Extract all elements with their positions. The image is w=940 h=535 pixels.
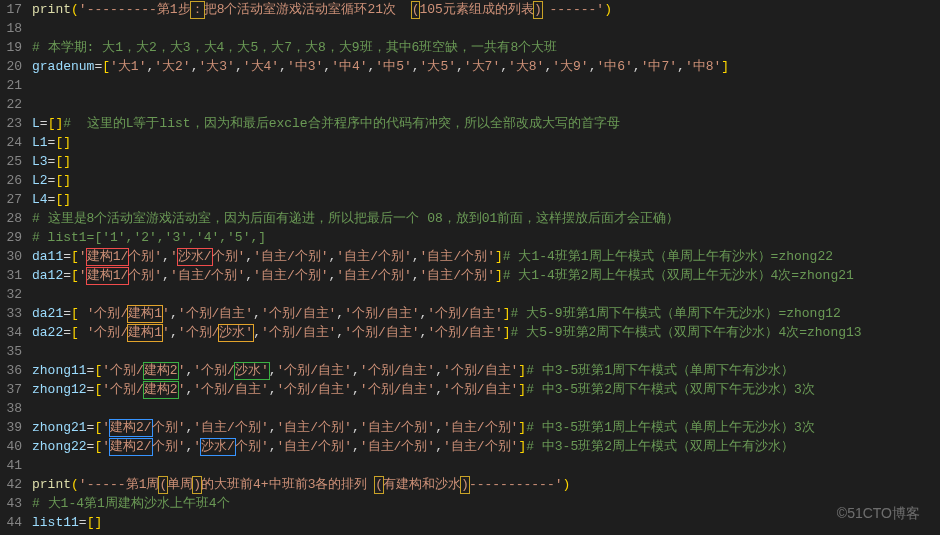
- code-editor[interactable]: 1718192021222324252627282930313233343536…: [0, 0, 940, 532]
- line-number: 22: [0, 95, 22, 114]
- line-number: 40: [0, 437, 22, 456]
- code-line[interactable]: [32, 19, 862, 38]
- code-line[interactable]: gradenum=['大1','大2','大3','大4','中3','中4',…: [32, 57, 862, 76]
- line-number: 42: [0, 475, 22, 494]
- code-line[interactable]: zhong22=['建构2/个别','沙水/个别','自主/个别','自主/个别…: [32, 437, 862, 456]
- code-line[interactable]: [32, 456, 862, 475]
- code-line[interactable]: [32, 76, 862, 95]
- line-number: 28: [0, 209, 22, 228]
- code-line[interactable]: L1=[]: [32, 133, 862, 152]
- code-line[interactable]: print('-----第1周(单周)的大班前4+中班前3各的排列 (有建构和沙…: [32, 475, 862, 494]
- code-line[interactable]: [32, 399, 862, 418]
- line-number: 37: [0, 380, 22, 399]
- line-number: 29: [0, 228, 22, 247]
- line-number: 44: [0, 513, 22, 532]
- code-line[interactable]: L4=[]: [32, 190, 862, 209]
- line-number: 20: [0, 57, 22, 76]
- line-number: 38: [0, 399, 22, 418]
- code-line[interactable]: [32, 95, 862, 114]
- code-line[interactable]: da22=[ '个别/建构1','个别/沙水','个别/自主','个别/自主',…: [32, 323, 862, 342]
- code-line[interactable]: list11=[]: [32, 513, 862, 532]
- line-number: 21: [0, 76, 22, 95]
- code-line[interactable]: da11=['建构1/个别','沙水/个别','自主/个别','自主/个别','…: [32, 247, 862, 266]
- line-number: 24: [0, 133, 22, 152]
- code-line[interactable]: # list1=['1','2','3','4','5',]: [32, 228, 862, 247]
- code-line[interactable]: # 本学期: 大1，大2，大3，大4，大5，大7，大8，大9班，其中6班空缺，一…: [32, 38, 862, 57]
- line-number: 31: [0, 266, 22, 285]
- code-line[interactable]: da12=['建构1/个别','自主/个别','自主/个别','自主/个别','…: [32, 266, 862, 285]
- line-number: 33: [0, 304, 22, 323]
- code-line[interactable]: [32, 285, 862, 304]
- code-line[interactable]: zhong21=['建构2/个别','自主/个别','自主/个别','自主/个别…: [32, 418, 862, 437]
- code-line[interactable]: L3=[]: [32, 152, 862, 171]
- line-number: 30: [0, 247, 22, 266]
- code-area[interactable]: print('---------第1步：把8个活动室游戏活动室循环21次 (10…: [32, 0, 862, 532]
- line-number: 34: [0, 323, 22, 342]
- line-number: 19: [0, 38, 22, 57]
- code-line[interactable]: zhong12=['个别/建构2','个别/自主','个别/自主','个别/自主…: [32, 380, 862, 399]
- line-number: 41: [0, 456, 22, 475]
- line-number: 39: [0, 418, 22, 437]
- line-number: 43: [0, 494, 22, 513]
- line-number: 23: [0, 114, 22, 133]
- line-number: 25: [0, 152, 22, 171]
- line-number: 27: [0, 190, 22, 209]
- line-number: 32: [0, 285, 22, 304]
- code-line[interactable]: # 大1-4第1周建构沙水上午班4个: [32, 494, 862, 513]
- line-number: 35: [0, 342, 22, 361]
- code-line[interactable]: [32, 342, 862, 361]
- code-line[interactable]: da21=[ '个别/建构1','个别/自主','个别/自主','个别/自主',…: [32, 304, 862, 323]
- code-line[interactable]: zhong11=['个别/建构2','个别/沙水','个别/自主','个别/自主…: [32, 361, 862, 380]
- watermark-text: ©51CTO博客: [837, 504, 920, 523]
- line-number: 18: [0, 19, 22, 38]
- code-line[interactable]: L2=[]: [32, 171, 862, 190]
- code-line[interactable]: # 这里是8个活动室游戏活动室，因为后面有递进，所以把最后一个 08，放到01前…: [32, 209, 862, 228]
- line-number: 26: [0, 171, 22, 190]
- line-number: 36: [0, 361, 22, 380]
- line-number: 17: [0, 0, 22, 19]
- code-line[interactable]: print('---------第1步：把8个活动室游戏活动室循环21次 (10…: [32, 0, 862, 19]
- line-number-gutter: 1718192021222324252627282930313233343536…: [0, 0, 32, 532]
- code-line[interactable]: L=[]# 这里的L等于list，因为和最后excle合并程序中的代码有冲突，所…: [32, 114, 862, 133]
